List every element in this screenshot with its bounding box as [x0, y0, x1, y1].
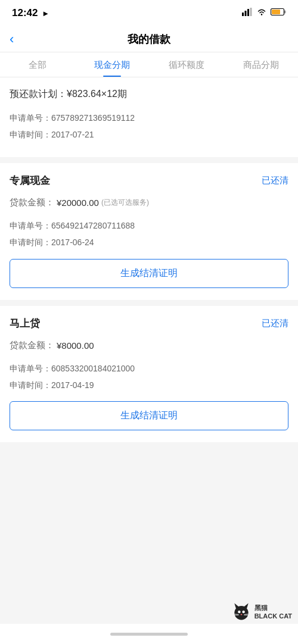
- plan-app-no-label: 申请单号：: [10, 111, 51, 124]
- svg-rect-1: [245, 11, 247, 16]
- status-icons: [242, 8, 286, 18]
- svg-point-12: [242, 611, 245, 614]
- back-button[interactable]: ‹: [10, 33, 14, 46]
- loan-app-no-value-0: 656492147280711688: [51, 219, 135, 232]
- tab-cycle[interactable]: 循环额度: [149, 52, 224, 77]
- loan-app-time-value-1: 2017-04-19: [51, 379, 94, 392]
- loan-section-1: 马上贷 已还清 贷款金额： ¥8000.00 申请单号： 60853320018…: [0, 306, 298, 443]
- loan-app-no-row-0: 申请单号： 656492147280711688: [10, 219, 288, 232]
- page-title: 我的借款: [128, 32, 170, 46]
- wifi-icon: [256, 8, 267, 18]
- home-indicator: [110, 633, 188, 636]
- watermark-label: 黑猫 BLACK CAT: [254, 604, 292, 621]
- nav-bar: ‹ 我的借款: [0, 26, 298, 52]
- loan-section-0: 专属现金 已还清 贷款金额： ¥20000.00 (已选可选服务) 申请单号： …: [0, 163, 298, 300]
- signal-icon: [242, 8, 253, 18]
- tab-goods[interactable]: 商品分期: [224, 52, 298, 77]
- home-bar: [0, 624, 298, 644]
- tab-bar: 全部 现金分期 循环额度 商品分期: [0, 52, 298, 77]
- loan-status-1: 已还清: [262, 318, 288, 329]
- loan-header-0: 专属现金 已还清: [10, 174, 288, 187]
- svg-point-4: [261, 14, 262, 15]
- loan-info-1: 申请单号： 608533200184021000 申请时间： 2017-04-1…: [10, 362, 288, 392]
- svg-point-13: [240, 614, 242, 615]
- loan-app-no-label-0: 申请单号：: [10, 219, 51, 232]
- svg-rect-3: [250, 8, 252, 16]
- loan-amount-note-0: (已选可选服务): [101, 198, 149, 208]
- loan-app-time-label-0: 申请时间：: [10, 236, 51, 249]
- location-icon: ►: [42, 9, 49, 18]
- loan-app-no-value-1: 608533200184021000: [51, 362, 135, 375]
- loan-amount-row-0: 贷款金额： ¥20000.00 (已选可选服务): [10, 197, 288, 208]
- tab-all[interactable]: 全部: [0, 52, 74, 77]
- loan-header-1: 马上贷 已还清: [10, 317, 288, 330]
- plan-app-no-value: 675789271369519112: [51, 111, 135, 124]
- generate-certificate-btn-0[interactable]: 生成结清证明: [10, 259, 288, 288]
- tab-cash[interactable]: 现金分期: [74, 52, 149, 77]
- loan-app-time-row-1: 申请时间： 2017-04-19: [10, 379, 288, 392]
- plan-section: 预还款计划：¥823.64×12期 申请单号： 6757892713695191…: [0, 77, 298, 157]
- loan-amount-value-0: ¥20000.00: [57, 198, 99, 208]
- plan-title: 预还款计划：¥823.64×12期: [10, 88, 288, 101]
- plan-app-time-label: 申请时间：: [10, 128, 51, 141]
- watermark: 黑猫 BLACK CAT: [231, 601, 292, 623]
- loan-app-time-row-0: 申请时间： 2017-06-24: [10, 236, 288, 249]
- svg-rect-7: [284, 11, 286, 14]
- loan-amount-label-0: 贷款金额：: [10, 197, 54, 208]
- plan-app-no-row: 申请单号： 675789271369519112: [10, 111, 288, 124]
- svg-rect-2: [247, 9, 249, 16]
- loan-amount-value-1: ¥8000.00: [57, 340, 94, 351]
- plan-app-time-value: 2017-07-21: [51, 128, 94, 141]
- loan-amount-label-1: 贷款金额：: [10, 340, 54, 351]
- loan-name-0: 专属现金: [10, 174, 50, 187]
- loan-name-1: 马上贷: [10, 317, 40, 330]
- loan-app-no-row-1: 申请单号： 608533200184021000: [10, 362, 288, 375]
- status-bar: 12:42 ►: [0, 0, 298, 26]
- battery-icon: [271, 8, 286, 18]
- svg-point-11: [238, 611, 241, 614]
- loan-status-0: 已还清: [262, 175, 288, 186]
- loan-app-time-value-0: 2017-06-24: [51, 236, 94, 249]
- status-time: 12:42 ►: [12, 7, 49, 19]
- plan-app-time-row: 申请时间： 2017-07-21: [10, 128, 288, 141]
- content: 预还款计划：¥823.64×12期 申请单号： 6757892713695191…: [0, 77, 298, 484]
- loan-app-time-label-1: 申请时间：: [10, 379, 51, 392]
- svg-rect-6: [272, 10, 280, 14]
- svg-rect-0: [242, 12, 244, 16]
- loan-app-no-label-1: 申请单号：: [10, 362, 51, 375]
- generate-certificate-btn-1[interactable]: 生成结清证明: [10, 401, 288, 430]
- loan-info-0: 申请单号： 656492147280711688 申请时间： 2017-06-2…: [10, 219, 288, 249]
- loan-amount-row-1: 贷款金额： ¥8000.00: [10, 340, 288, 351]
